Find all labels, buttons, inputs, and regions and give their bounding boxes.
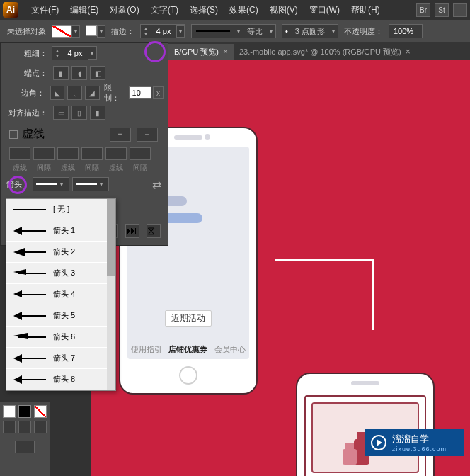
profile-icon[interactable]: ⧖ [147,224,161,238]
arrow-option-none[interactable]: [ 无 ] [6,199,115,220]
arrow-option-8[interactable]: 箭头 8 [6,369,115,390]
dashed-label: 虚线 [22,127,45,142]
arrange-icon[interactable] [453,3,467,17]
menu-type[interactable]: 文字(T) [145,4,184,16]
svg-rect-2 [343,449,357,465]
weight-field[interactable]: ▲▼ 4 px ▾ [52,46,97,60]
weight-label: 粗细： [1,48,52,59]
stroke-dropdown[interactable]: ▾ [97,25,105,38]
artwork-subtabs: 使用指引 店铺优惠券 会员中心 [127,344,249,355]
arrowhead-dropdown: [ 无 ] 箭头 1 箭头 2 箭头 3 箭头 4 箭头 5 箭头 6 箭头 7… [6,198,116,391]
cap-label: 端点： [1,68,52,79]
menu-edit[interactable]: 编辑(E) [64,4,104,16]
arrow-option-5[interactable]: 箭头 5 [6,305,115,327]
align-center-icon[interactable]: ▭ [53,106,69,120]
arrow-option-label: [ 无 ] [53,204,69,215]
artwork-phone-2 [296,373,435,476]
profile-select[interactable]: ▾ 等比▾ [191,24,276,38]
swap-arrows-icon[interactable]: ⇄ [149,177,164,191]
dashed-checkbox[interactable] [9,130,18,139]
cap-butt-icon[interactable]: ▮ [53,66,69,80]
corner-miter-icon[interactable]: ◣ [50,86,65,100]
menu-object[interactable]: 对象(O) [104,4,144,16]
app-icon: Ai [3,2,18,18]
arrow-option-label: 箭头 3 [53,268,75,278]
dash-gap-row [1,146,168,162]
arrow-option-label: 箭头 8 [53,374,75,385]
dash-align-icon[interactable]: ┄ [137,128,158,142]
stroke-color-swatch[interactable] [18,405,31,418]
align-arrow-path-icon[interactable]: ⏭ [125,224,139,238]
arrow-option-1[interactable]: 箭头 1 [6,220,115,242]
svg-rect-3 [345,443,354,449]
align-outside-icon[interactable]: ▮ [90,106,105,120]
fill-dropdown[interactable]: ▾ [71,25,80,38]
opacity-label: 不透明度： [344,26,383,37]
screen-mode-icon[interactable] [15,441,35,453]
bridge-icon[interactable]: Br [416,3,430,17]
arrow-option-label: 箭头 4 [53,289,75,300]
arrow-option-2[interactable]: 箭头 2 [6,242,115,263]
menu-effect[interactable]: 效果(C) [224,4,264,16]
tab-label: 23.-mobile app.svg* @ 100% (RGB/GPU 预览) [239,47,401,57]
dropdown-scrollbar[interactable] [107,199,115,390]
fill-swatch[interactable] [52,25,71,38]
arrow-start-select[interactable]: ▾ [33,177,69,191]
dash-preserve-icon[interactable]: ┅ [110,128,131,142]
document-tab-1[interactable]: B/GPU 预览) × [168,44,234,60]
selection-status: 未选择对象 [7,26,46,37]
dash-field[interactable] [57,147,79,160]
stroke-weight-field[interactable]: ▲▼ 4 px ▾ [140,24,185,38]
gap-field[interactable] [81,147,103,160]
arrow-option-6[interactable]: 箭头 6 [6,327,115,348]
arrow-option-label: 箭头 1 [53,225,75,236]
gap-field[interactable] [33,147,55,160]
opacity-field[interactable]: 100% [389,24,423,38]
arrow-option-3[interactable]: 箭头 3 [6,263,115,284]
none-swatch[interactable] [34,405,47,418]
corner-label: 边角： [1,88,49,98]
tab-label: B/GPU 预览) [174,47,219,57]
arrow-label: 箭头： [6,179,30,190]
document-tab-2[interactable]: 23.-mobile app.svg* @ 100% (RGB/GPU 预览) … [234,44,416,60]
arrow-option-label: 箭头 5 [53,310,75,321]
corner-bevel-icon[interactable]: ◢ [85,86,100,100]
close-icon[interactable]: × [406,47,411,57]
align-stroke-label: 对齐描边： [1,108,52,118]
left-swatch-bar [0,402,50,476]
brush-select[interactable]: • 3 点圆形▾ [282,24,338,38]
play-icon [371,435,386,450]
fill-color-swatch[interactable] [3,405,16,418]
gap-field[interactable] [130,147,151,160]
menu-window[interactable]: 窗口(W) [304,4,345,16]
arrow-option-4[interactable]: 箭头 4 [6,284,115,305]
arrow-option-label: 箭头 7 [53,353,75,363]
align-inside-icon[interactable]: ▯ [71,106,87,120]
miter-x-label: x [153,86,164,99]
arrow-option-7[interactable]: 箭头 7 [6,348,115,369]
stock-icon[interactable]: St [435,3,449,17]
gradient-mode-icon[interactable] [18,421,31,434]
options-bar: 未选择对象 ▾ ▾ 描边： ▲▼ 4 px ▾ ▾ 等比▾ • 3 点圆形▾ 不… [0,20,470,42]
cap-round-icon[interactable]: ◖ [71,66,87,80]
dash-field[interactable] [9,147,30,160]
menu-view[interactable]: 视图(V) [264,4,304,16]
document-tab-bar: B/GPU 预览) × 23.-mobile app.svg* @ 100% (… [168,42,470,60]
menu-file[interactable]: 文件(F) [25,4,64,16]
color-mode-icon[interactable] [3,421,16,434]
close-icon[interactable]: × [223,47,228,57]
none-mode-icon[interactable] [34,421,47,434]
menu-help[interactable]: 帮助(H) [345,4,386,16]
dash-field[interactable] [105,147,127,160]
menu-select[interactable]: 选择(S) [184,4,224,16]
stroke-swatch[interactable] [86,25,97,36]
watermark-sub: zixue.3d66.com [392,446,447,453]
stroke-label: 描边： [111,26,134,37]
watermark-title: 溜溜自学 [392,433,447,446]
arrow-end-select[interactable]: ▾ [72,177,109,191]
corner-round-icon[interactable]: ◟ [67,86,82,100]
dash-gap-labels: 虚线间隔 虚线间隔 虚线间隔 [1,162,168,174]
miter-limit-field[interactable]: 10 [129,86,151,99]
cap-square-icon[interactable]: ◧ [90,66,105,80]
limit-label: 限制： [104,82,126,103]
